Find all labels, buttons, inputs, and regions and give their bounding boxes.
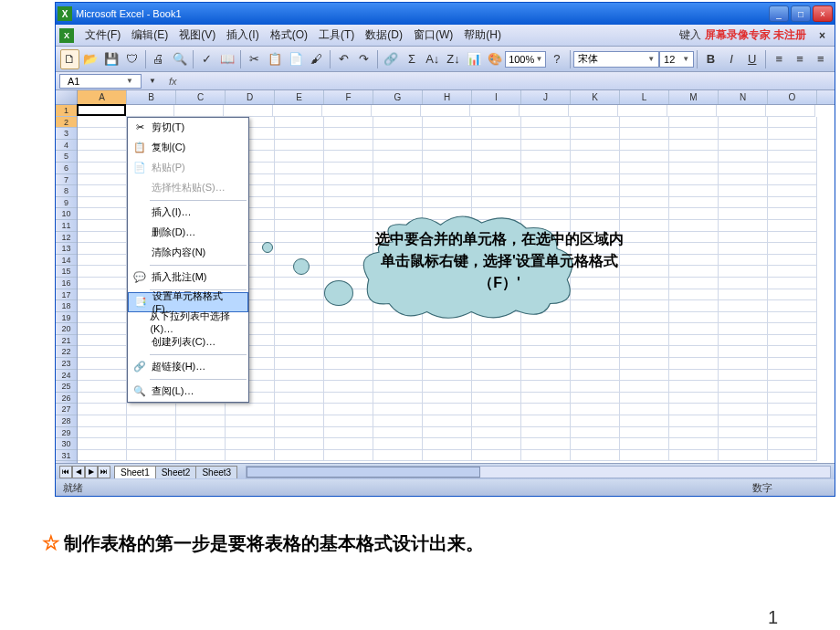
cell[interactable] [521,335,571,347]
cell[interactable] [324,197,373,209]
cell[interactable] [78,185,127,197]
cell[interactable] [78,289,127,301]
cell[interactable] [571,450,620,462]
cell[interactable] [372,105,421,117]
cell[interactable] [423,381,472,393]
cell[interactable] [275,358,324,370]
row-header-26[interactable]: 26 [56,393,77,404]
sheet-tab-2[interactable]: Sheet2 [155,466,197,478]
cell[interactable] [669,174,719,186]
cell[interactable] [472,140,521,152]
cell[interactable] [78,232,127,244]
cell[interactable] [620,370,669,382]
cell[interactable] [768,415,817,427]
ctx-create-list[interactable]: 创建列表(C)… [128,332,248,352]
cell[interactable] [423,117,472,129]
cell[interactable] [373,346,423,358]
cell[interactable] [719,197,768,209]
cell[interactable] [521,415,571,427]
cell[interactable] [768,163,817,174]
cell[interactable] [472,346,521,358]
cell[interactable] [571,393,620,404]
cell[interactable] [719,312,768,324]
bold-button[interactable]: B [701,49,720,69]
minimize-button[interactable]: _ [769,5,789,22]
redo-icon[interactable]: ↷ [354,49,373,69]
cell[interactable] [224,105,273,117]
cell[interactable] [620,358,669,370]
cell[interactable] [78,450,127,462]
cell[interactable] [669,243,719,255]
cell[interactable] [719,117,768,129]
cell[interactable] [324,117,373,129]
cell[interactable] [669,128,719,140]
cell[interactable] [78,370,127,382]
cell[interactable] [719,266,768,278]
cell[interactable] [768,404,817,415]
col-header-M[interactable]: M [669,90,719,104]
row-header-2[interactable]: 2 [56,117,77,129]
menu-file[interactable]: 文件(F) [79,25,126,46]
row-header-24[interactable]: 24 [56,370,77,382]
align-center-icon[interactable]: ≡ [791,49,810,69]
ctx-insert[interactable]: 插入(I)… [128,203,248,223]
cell[interactable] [423,163,472,174]
cell[interactable] [719,243,768,255]
cell[interactable] [620,346,669,358]
cell[interactable] [669,117,719,129]
cell[interactable] [174,105,224,117]
cell[interactable] [669,415,719,427]
cell[interactable] [373,140,423,152]
cell[interactable] [78,393,127,404]
cell[interactable] [571,404,620,415]
tab-prev-button[interactable]: ◀ [72,466,85,478]
cell[interactable] [78,381,127,393]
cell[interactable] [571,128,620,140]
new-icon[interactable]: 🗋 [60,49,79,69]
menu-view[interactable]: 视图(V) [173,25,221,46]
ctx-paste-special[interactable]: 选择性粘贴(S)… [128,178,248,198]
cell[interactable] [620,335,669,347]
cell[interactable] [768,117,817,129]
cell[interactable] [521,427,571,439]
ctx-copy[interactable]: 📋复制(C) [128,138,248,158]
row-header-13[interactable]: 13 [56,243,77,255]
cell[interactable] [719,323,768,335]
cell[interactable] [275,151,324,163]
cell[interactable] [571,185,620,197]
cell[interactable] [472,174,521,186]
spell-icon[interactable]: ✓ [197,49,216,69]
cell[interactable] [768,255,817,267]
cell[interactable] [768,370,817,382]
cell[interactable] [669,393,719,404]
font-size-selector[interactable]: 12▼ [659,51,694,68]
cell[interactable] [521,346,571,358]
cell[interactable] [78,427,127,439]
cell[interactable] [275,185,324,197]
cell[interactable] [620,300,669,312]
col-header-H[interactable]: H [423,90,472,104]
font-selector[interactable]: 宋体▼ [573,51,659,68]
menu-window[interactable]: 窗口(W) [408,25,458,46]
cell[interactable] [324,174,373,186]
cell[interactable] [275,140,324,152]
name-box[interactable]: A1▼ [59,74,142,89]
cell[interactable] [78,128,127,140]
cell[interactable] [521,197,571,209]
cell[interactable] [324,151,373,163]
cell[interactable] [127,427,176,439]
tab-last-button[interactable]: ⏭ [98,466,110,478]
row-header-11[interactable]: 11 [56,220,77,232]
cell[interactable] [472,415,521,427]
fx-label[interactable]: fx [169,76,177,87]
cell[interactable] [719,300,768,312]
cell[interactable] [620,393,669,404]
cell[interactable] [571,117,620,129]
cell[interactable] [768,427,817,439]
col-header-L[interactable]: L [620,90,669,104]
cell[interactable] [620,427,669,439]
cell[interactable] [78,323,127,335]
cell[interactable] [373,370,423,382]
cell[interactable] [78,404,127,415]
col-header-D[interactable]: D [226,90,275,104]
